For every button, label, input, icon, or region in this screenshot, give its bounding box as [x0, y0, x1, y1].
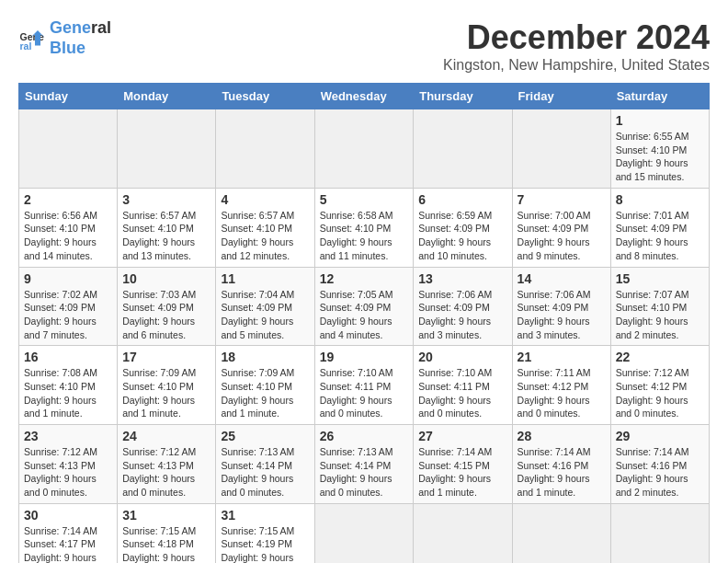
- day-info: Sunrise: 7:09 AMSunset: 4:10 PMDaylight:…: [122, 366, 210, 420]
- day-header-sunday: Sunday: [19, 84, 118, 109]
- calendar-cell: 8 Sunrise: 7:01 AMSunset: 4:09 PMDayligh…: [610, 188, 709, 267]
- day-info: Sunrise: 7:10 AMSunset: 4:11 PMDaylight:…: [418, 366, 506, 420]
- calendar-cell: 26 Sunrise: 7:13 AMSunset: 4:14 PMDaylig…: [314, 425, 414, 504]
- day-header-friday: Friday: [512, 84, 610, 109]
- calendar-cell: 10 Sunrise: 7:03 AMSunset: 4:09 PMDaylig…: [118, 267, 216, 346]
- day-number: 25: [221, 429, 309, 443]
- day-info: Sunrise: 7:00 AMSunset: 4:09 PMDaylight:…: [518, 209, 606, 263]
- day-number: 29: [616, 429, 704, 443]
- day-number: 14: [518, 271, 606, 286]
- day-header-tuesday: Tuesday: [216, 84, 314, 109]
- calendar-cell: [512, 503, 610, 563]
- day-number: 16: [24, 350, 112, 364]
- calendar-cell: 31 Sunrise: 7:15 AMSunset: 4:19 PMDaylig…: [216, 503, 314, 563]
- day-number: 31: [221, 508, 309, 523]
- day-number: 24: [122, 429, 210, 443]
- calendar-cell: 6 Sunrise: 6:59 AMSunset: 4:09 PMDayligh…: [414, 188, 512, 267]
- day-info: Sunrise: 7:13 AMSunset: 4:14 PMDaylight:…: [221, 445, 309, 500]
- calendar-cell: [216, 109, 314, 189]
- week-row-1: 2 Sunrise: 6:56 AMSunset: 4:10 PMDayligh…: [19, 188, 710, 267]
- calendar-cell: 17 Sunrise: 7:09 AMSunset: 4:10 PMDaylig…: [118, 346, 216, 425]
- calendar-cell: 19 Sunrise: 7:10 AMSunset: 4:11 PMDaylig…: [314, 346, 414, 425]
- day-info: Sunrise: 7:06 AMSunset: 4:09 PMDaylight:…: [418, 288, 506, 342]
- logo-icon: Gene ral: [18, 25, 46, 52]
- day-number: 30: [24, 508, 112, 523]
- day-info: Sunrise: 7:14 AMSunset: 4:17 PMDaylight:…: [24, 524, 112, 563]
- calendar-cell: 2 Sunrise: 6:56 AMSunset: 4:10 PMDayligh…: [19, 188, 118, 267]
- day-info: Sunrise: 7:07 AMSunset: 4:10 PMDaylight:…: [616, 288, 704, 342]
- month-title: December 2024: [443, 18, 710, 57]
- day-info: Sunrise: 7:03 AMSunset: 4:09 PMDaylight:…: [122, 288, 210, 342]
- day-number: 23: [24, 429, 112, 443]
- day-number: 26: [320, 429, 409, 443]
- day-number: 1: [616, 113, 704, 128]
- week-row-4: 23 Sunrise: 7:12 AMSunset: 4:13 PMDaylig…: [19, 425, 710, 504]
- day-info: Sunrise: 7:14 AMSunset: 4:16 PMDaylight:…: [518, 445, 606, 500]
- day-info: Sunrise: 7:09 AMSunset: 4:10 PMDaylight:…: [221, 366, 309, 420]
- calendar-cell: 25 Sunrise: 7:13 AMSunset: 4:14 PMDaylig…: [216, 425, 314, 504]
- calendar-cell: [414, 109, 512, 189]
- day-info: Sunrise: 7:14 AMSunset: 4:16 PMDaylight:…: [616, 445, 704, 500]
- day-number: 13: [418, 271, 506, 286]
- calendar-cell: 9 Sunrise: 7:02 AMSunset: 4:09 PMDayligh…: [19, 267, 118, 346]
- day-number: 8: [616, 192, 704, 207]
- week-row-3: 16 Sunrise: 7:08 AMSunset: 4:10 PMDaylig…: [19, 346, 710, 425]
- day-number: 2: [24, 192, 112, 207]
- day-number: 31: [122, 508, 210, 523]
- calendar-cell: 14 Sunrise: 7:06 AMSunset: 4:09 PMDaylig…: [512, 267, 610, 346]
- day-number: 21: [518, 350, 606, 364]
- day-info: Sunrise: 7:12 AMSunset: 4:13 PMDaylight:…: [24, 445, 112, 500]
- day-number: 9: [24, 271, 112, 286]
- day-number: 15: [616, 271, 704, 286]
- calendar-cell: [314, 503, 414, 563]
- day-info: Sunrise: 7:15 AMSunset: 4:19 PMDaylight:…: [221, 524, 309, 563]
- calendar-cell: 1 Sunrise: 6:55 AMSunset: 4:10 PMDayligh…: [610, 109, 709, 189]
- header: Gene ral General Blue December 2024 King…: [18, 18, 710, 74]
- day-header-saturday: Saturday: [610, 84, 709, 109]
- calendar-header-row: SundayMondayTuesdayWednesdayThursdayFrid…: [19, 84, 710, 109]
- day-info: Sunrise: 7:13 AMSunset: 4:14 PMDaylight:…: [320, 445, 409, 500]
- day-number: 12: [320, 271, 409, 286]
- week-row-0: 1 Sunrise: 6:55 AMSunset: 4:10 PMDayligh…: [19, 109, 710, 189]
- day-number: 3: [122, 192, 210, 207]
- day-number: 10: [122, 271, 210, 286]
- day-header-wednesday: Wednesday: [314, 84, 414, 109]
- day-number: 17: [122, 350, 210, 364]
- calendar-cell: [118, 109, 216, 189]
- day-info: Sunrise: 6:58 AMSunset: 4:10 PMDaylight:…: [320, 209, 409, 263]
- day-number: 27: [418, 429, 506, 443]
- calendar-cell: 7 Sunrise: 7:00 AMSunset: 4:09 PMDayligh…: [512, 188, 610, 267]
- day-info: Sunrise: 7:02 AMSunset: 4:09 PMDaylight:…: [24, 288, 112, 342]
- calendar-cell: 29 Sunrise: 7:14 AMSunset: 4:16 PMDaylig…: [610, 425, 709, 504]
- day-header-monday: Monday: [118, 84, 216, 109]
- title-area: December 2024 Kingston, New Hampshire, U…: [443, 18, 710, 74]
- day-info: Sunrise: 7:04 AMSunset: 4:09 PMDaylight:…: [221, 288, 309, 342]
- calendar-cell: 28 Sunrise: 7:14 AMSunset: 4:16 PMDaylig…: [512, 425, 610, 504]
- day-number: 11: [221, 271, 309, 286]
- calendar-cell: [314, 109, 414, 189]
- week-row-5: 30 Sunrise: 7:14 AMSunset: 4:17 PMDaylig…: [19, 503, 710, 563]
- day-info: Sunrise: 7:11 AMSunset: 4:12 PMDaylight:…: [518, 366, 606, 420]
- day-info: Sunrise: 7:06 AMSunset: 4:09 PMDaylight:…: [518, 288, 606, 342]
- day-info: Sunrise: 7:01 AMSunset: 4:09 PMDaylight:…: [616, 209, 704, 263]
- calendar-cell: [610, 503, 709, 563]
- day-number: 18: [221, 350, 309, 364]
- calendar-cell: [512, 109, 610, 189]
- calendar-cell: 21 Sunrise: 7:11 AMSunset: 4:12 PMDaylig…: [512, 346, 610, 425]
- calendar-cell: 12 Sunrise: 7:05 AMSunset: 4:09 PMDaylig…: [314, 267, 414, 346]
- calendar-cell: [19, 109, 118, 189]
- day-number: 7: [518, 192, 606, 207]
- calendar-cell: 22 Sunrise: 7:12 AMSunset: 4:12 PMDaylig…: [610, 346, 709, 425]
- calendar-cell: 4 Sunrise: 6:57 AMSunset: 4:10 PMDayligh…: [216, 188, 314, 267]
- day-info: Sunrise: 6:57 AMSunset: 4:10 PMDaylight:…: [221, 209, 309, 263]
- day-number: 6: [418, 192, 506, 207]
- day-info: Sunrise: 6:59 AMSunset: 4:09 PMDaylight:…: [418, 209, 506, 263]
- day-info: Sunrise: 6:56 AMSunset: 4:10 PMDaylight:…: [24, 209, 112, 263]
- calendar-cell: 11 Sunrise: 7:04 AMSunset: 4:09 PMDaylig…: [216, 267, 314, 346]
- day-info: Sunrise: 7:14 AMSunset: 4:15 PMDaylight:…: [418, 445, 506, 500]
- day-number: 22: [616, 350, 704, 364]
- day-number: 19: [320, 350, 409, 364]
- calendar-cell: 23 Sunrise: 7:12 AMSunset: 4:13 PMDaylig…: [19, 425, 118, 504]
- day-info: Sunrise: 7:12 AMSunset: 4:13 PMDaylight:…: [122, 445, 210, 500]
- day-info: Sunrise: 7:10 AMSunset: 4:11 PMDaylight:…: [320, 366, 409, 420]
